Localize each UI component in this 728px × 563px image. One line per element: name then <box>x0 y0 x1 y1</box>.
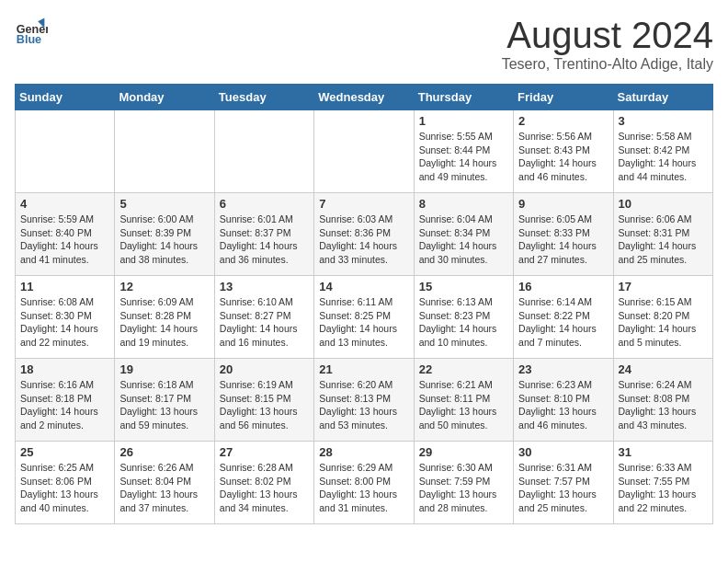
day-number: 18 <box>20 362 109 376</box>
day-cell: 26Sunrise: 6:26 AM Sunset: 8:04 PM Dayli… <box>115 442 214 524</box>
day-cell: 4Sunrise: 5:59 AM Sunset: 8:40 PM Daylig… <box>16 193 115 276</box>
day-info: Sunrise: 6:25 AM Sunset: 8:06 PM Dayligh… <box>20 461 109 515</box>
day-cell: 12Sunrise: 6:09 AM Sunset: 8:28 PM Dayli… <box>115 276 214 359</box>
week-row-3: 11Sunrise: 6:08 AM Sunset: 8:30 PM Dayli… <box>16 276 713 359</box>
day-info: Sunrise: 6:20 AM Sunset: 8:13 PM Dayligh… <box>319 378 408 432</box>
calendar-title: August 2024 <box>502 15 713 56</box>
day-cell <box>314 110 414 193</box>
day-info: Sunrise: 6:18 AM Sunset: 8:17 PM Dayligh… <box>119 378 209 432</box>
day-cell: 13Sunrise: 6:10 AM Sunset: 8:27 PM Dayli… <box>214 276 313 359</box>
day-number: 23 <box>518 362 608 376</box>
day-cell: 5Sunrise: 6:00 AM Sunset: 8:39 PM Daylig… <box>115 193 214 276</box>
header: General Blue August 2024 Tesero, Trentin… <box>15 15 713 73</box>
day-cell: 2Sunrise: 5:56 AM Sunset: 8:43 PM Daylig… <box>514 110 613 193</box>
day-info: Sunrise: 6:11 AM Sunset: 8:25 PM Dayligh… <box>319 295 408 350</box>
day-number: 30 <box>518 445 608 459</box>
calendar-header: SundayMondayTuesdayWednesdayThursdayFrid… <box>16 85 713 110</box>
day-cell: 9Sunrise: 6:05 AM Sunset: 8:33 PM Daylig… <box>514 193 613 276</box>
day-number: 16 <box>518 280 608 293</box>
day-info: Sunrise: 6:14 AM Sunset: 8:22 PM Dayligh… <box>518 295 608 350</box>
day-number: 12 <box>119 280 209 293</box>
day-cell: 1Sunrise: 5:55 AM Sunset: 8:44 PM Daylig… <box>414 110 513 193</box>
day-info: Sunrise: 6:01 AM Sunset: 8:37 PM Dayligh… <box>220 213 309 267</box>
day-number: 3 <box>619 114 708 128</box>
day-cell: 18Sunrise: 6:16 AM Sunset: 8:18 PM Dayli… <box>16 359 115 442</box>
day-number: 13 <box>220 280 309 293</box>
day-number: 22 <box>419 362 508 376</box>
day-cell <box>214 110 313 193</box>
day-info: Sunrise: 6:28 AM Sunset: 8:02 PM Dayligh… <box>220 461 309 515</box>
header-cell-saturday: Saturday <box>613 85 712 110</box>
day-cell: 15Sunrise: 6:13 AM Sunset: 8:23 PM Dayli… <box>414 276 513 359</box>
header-cell-sunday: Sunday <box>16 85 115 110</box>
day-number: 2 <box>518 114 608 128</box>
day-number: 26 <box>119 445 209 459</box>
day-info: Sunrise: 6:21 AM Sunset: 8:11 PM Dayligh… <box>419 378 508 432</box>
day-cell: 23Sunrise: 6:23 AM Sunset: 8:10 PM Dayli… <box>514 359 613 442</box>
day-info: Sunrise: 6:09 AM Sunset: 8:28 PM Dayligh… <box>119 295 209 350</box>
svg-text:Blue: Blue <box>17 33 41 46</box>
day-info: Sunrise: 6:08 AM Sunset: 8:30 PM Dayligh… <box>20 295 109 350</box>
day-info: Sunrise: 5:55 AM Sunset: 8:44 PM Dayligh… <box>419 130 508 184</box>
day-cell: 14Sunrise: 6:11 AM Sunset: 8:25 PM Dayli… <box>314 276 414 359</box>
day-cell: 10Sunrise: 6:06 AM Sunset: 8:31 PM Dayli… <box>613 193 712 276</box>
header-cell-tuesday: Tuesday <box>214 85 313 110</box>
week-row-5: 25Sunrise: 6:25 AM Sunset: 8:06 PM Dayli… <box>16 442 713 524</box>
day-cell: 21Sunrise: 6:20 AM Sunset: 8:13 PM Dayli… <box>314 359 414 442</box>
day-cell: 8Sunrise: 6:04 AM Sunset: 8:34 PM Daylig… <box>414 193 513 276</box>
logo: General Blue <box>15 15 48 48</box>
day-info: Sunrise: 6:00 AM Sunset: 8:39 PM Dayligh… <box>119 213 209 267</box>
header-cell-thursday: Thursday <box>414 85 513 110</box>
day-cell: 27Sunrise: 6:28 AM Sunset: 8:02 PM Dayli… <box>214 442 313 524</box>
day-number: 17 <box>619 280 708 293</box>
day-info: Sunrise: 6:26 AM Sunset: 8:04 PM Dayligh… <box>119 461 209 515</box>
day-number: 10 <box>619 197 708 211</box>
day-number: 1 <box>419 114 508 128</box>
day-cell: 6Sunrise: 6:01 AM Sunset: 8:37 PM Daylig… <box>214 193 313 276</box>
day-info: Sunrise: 6:31 AM Sunset: 7:57 PM Dayligh… <box>518 461 608 515</box>
day-cell: 7Sunrise: 6:03 AM Sunset: 8:36 PM Daylig… <box>314 193 414 276</box>
day-number: 27 <box>220 445 309 459</box>
week-row-1: 1Sunrise: 5:55 AM Sunset: 8:44 PM Daylig… <box>16 110 713 193</box>
week-row-4: 18Sunrise: 6:16 AM Sunset: 8:18 PM Dayli… <box>16 359 713 442</box>
day-info: Sunrise: 6:23 AM Sunset: 8:10 PM Dayligh… <box>518 378 608 432</box>
day-info: Sunrise: 5:59 AM Sunset: 8:40 PM Dayligh… <box>20 213 109 267</box>
day-number: 28 <box>319 445 408 459</box>
header-row: SundayMondayTuesdayWednesdayThursdayFrid… <box>16 85 713 110</box>
day-info: Sunrise: 6:05 AM Sunset: 8:33 PM Dayligh… <box>518 213 608 267</box>
day-info: Sunrise: 6:13 AM Sunset: 8:23 PM Dayligh… <box>419 295 508 350</box>
day-info: Sunrise: 5:56 AM Sunset: 8:43 PM Dayligh… <box>518 130 608 184</box>
day-info: Sunrise: 6:30 AM Sunset: 7:59 PM Dayligh… <box>419 461 508 515</box>
day-number: 6 <box>220 197 309 211</box>
day-cell <box>115 110 214 193</box>
day-cell: 31Sunrise: 6:33 AM Sunset: 7:55 PM Dayli… <box>613 442 712 524</box>
header-cell-wednesday: Wednesday <box>314 85 414 110</box>
day-info: Sunrise: 6:16 AM Sunset: 8:18 PM Dayligh… <box>20 378 109 432</box>
day-cell: 20Sunrise: 6:19 AM Sunset: 8:15 PM Dayli… <box>214 359 313 442</box>
day-cell: 30Sunrise: 6:31 AM Sunset: 7:57 PM Dayli… <box>514 442 613 524</box>
day-number: 5 <box>119 197 209 211</box>
day-cell: 22Sunrise: 6:21 AM Sunset: 8:11 PM Dayli… <box>414 359 513 442</box>
day-cell: 28Sunrise: 6:29 AM Sunset: 8:00 PM Dayli… <box>314 442 414 524</box>
day-number: 19 <box>119 362 209 376</box>
day-info: Sunrise: 6:29 AM Sunset: 8:00 PM Dayligh… <box>319 461 408 515</box>
day-info: Sunrise: 6:15 AM Sunset: 8:20 PM Dayligh… <box>619 295 708 350</box>
day-number: 21 <box>319 362 408 376</box>
day-info: Sunrise: 6:04 AM Sunset: 8:34 PM Dayligh… <box>419 213 508 267</box>
day-cell: 17Sunrise: 6:15 AM Sunset: 8:20 PM Dayli… <box>613 276 712 359</box>
day-info: Sunrise: 6:33 AM Sunset: 7:55 PM Dayligh… <box>619 461 708 515</box>
calendar-subtitle: Tesero, Trentino-Alto Adige, Italy <box>502 56 713 73</box>
day-number: 9 <box>518 197 608 211</box>
day-cell: 11Sunrise: 6:08 AM Sunset: 8:30 PM Dayli… <box>16 276 115 359</box>
day-cell: 29Sunrise: 6:30 AM Sunset: 7:59 PM Dayli… <box>414 442 513 524</box>
day-cell: 25Sunrise: 6:25 AM Sunset: 8:06 PM Dayli… <box>16 442 115 524</box>
header-cell-friday: Friday <box>514 85 613 110</box>
day-number: 4 <box>20 197 109 211</box>
day-cell: 19Sunrise: 6:18 AM Sunset: 8:17 PM Dayli… <box>115 359 214 442</box>
title-area: August 2024 Tesero, Trentino-Alto Adige,… <box>502 15 713 73</box>
day-info: Sunrise: 5:58 AM Sunset: 8:42 PM Dayligh… <box>619 130 708 184</box>
day-cell: 16Sunrise: 6:14 AM Sunset: 8:22 PM Dayli… <box>514 276 613 359</box>
day-number: 15 <box>419 280 508 293</box>
day-number: 14 <box>319 280 408 293</box>
calendar-body: 1Sunrise: 5:55 AM Sunset: 8:44 PM Daylig… <box>16 110 713 524</box>
